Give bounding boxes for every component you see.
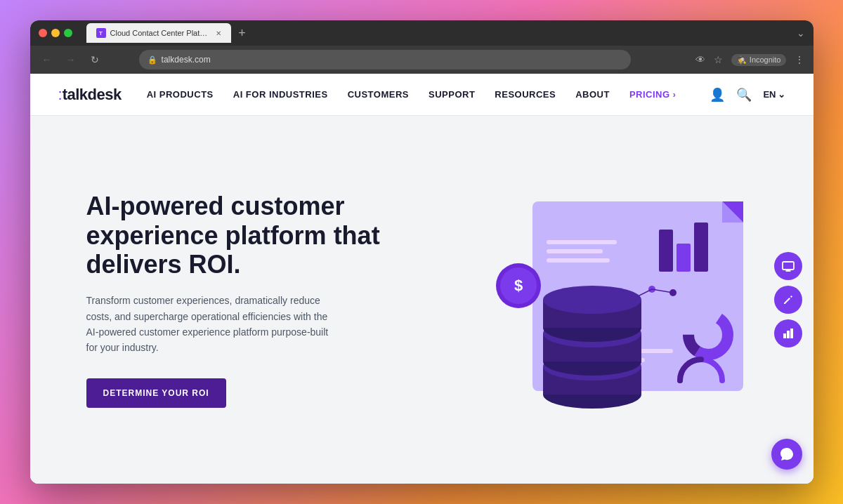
chart-side-button[interactable]	[774, 319, 802, 347]
nav-pricing[interactable]: PRICING ›	[629, 89, 676, 100]
svg-text:$: $	[514, 277, 522, 294]
close-button[interactable]	[39, 29, 47, 37]
back-button[interactable]: ←	[39, 51, 55, 68]
svg-rect-5	[694, 223, 708, 272]
addressbar: ← → ↻ 🔒 talkdesk.com 👁 ☆ 🕵 Incognito ⋮	[30, 46, 813, 74]
nav-actions: 👤 🔍 EN ⌄	[710, 87, 785, 102]
nav-customers[interactable]: CUSTOMERS	[348, 89, 409, 100]
svg-rect-3	[659, 230, 673, 272]
screen-side-button[interactable]	[774, 252, 802, 280]
search-icon[interactable]: 🔍	[736, 87, 752, 102]
svg-rect-38	[787, 331, 790, 338]
incognito-label: Incognito	[750, 55, 781, 64]
nav-resources[interactable]: RESOURCES	[495, 89, 556, 100]
svg-rect-33	[783, 262, 794, 270]
svg-rect-4	[677, 244, 691, 272]
incognito-icon: 🕵	[737, 55, 747, 65]
browser-window: T Cloud Contact Center Platfor... ✕ + ⌄ …	[30, 20, 813, 484]
hero-illustration: $	[490, 187, 757, 412]
svg-rect-7	[547, 249, 603, 253]
nav-ai-products[interactable]: AI PRODUCTS	[147, 89, 214, 100]
url-text: talkdesk.com	[162, 55, 211, 65]
svg-rect-6	[547, 240, 617, 244]
website-content: : talkdesk AI PRODUCTS AI FOR INDUSTRIES…	[30, 74, 813, 484]
svg-point-29	[543, 286, 641, 314]
active-tab[interactable]: T Cloud Contact Center Platfor... ✕	[86, 23, 231, 43]
incognito-badge: 🕵 Incognito	[731, 54, 787, 66]
hero-description: Transform customer experiences, dramatic…	[86, 293, 339, 356]
url-bar[interactable]: 🔒 talkdesk.com	[139, 50, 631, 69]
lock-icon: 🔒	[148, 55, 157, 65]
svg-point-18	[698, 325, 718, 345]
new-tab-button[interactable]: +	[234, 25, 251, 41]
hero-section: AI-powered customer experience platform …	[30, 116, 813, 484]
language-selector[interactable]: EN ⌄	[763, 89, 785, 100]
chevron-down-icon: ⌄	[778, 89, 785, 100]
svg-rect-8	[547, 258, 610, 263]
main-nav: : talkdesk AI PRODUCTS AI FOR INDUSTRIES…	[30, 74, 813, 116]
tab-more-button[interactable]: ⌄	[797, 27, 805, 39]
tab-title: Cloud Contact Center Platfor...	[110, 29, 209, 37]
forward-button[interactable]: →	[63, 51, 79, 68]
maximize-button[interactable]	[64, 29, 72, 37]
logo-text: talkdesk	[63, 86, 122, 104]
nav-ai-for-industries[interactable]: AI FOR INDUSTRIES	[233, 89, 328, 100]
user-icon[interactable]: 👤	[710, 87, 725, 102]
edit-side-button[interactable]	[774, 286, 802, 314]
hero-title: AI-powered customer experience platform …	[86, 192, 381, 279]
hero-content: AI-powered customer experience platform …	[86, 192, 381, 408]
reload-button[interactable]: ↻	[86, 51, 103, 68]
nav-about[interactable]: ABOUT	[575, 89, 610, 100]
address-bar-actions: 👁 ☆ 🕵 Incognito ⋮	[695, 54, 805, 66]
svg-rect-39	[790, 329, 793, 338]
eye-off-icon[interactable]: 👁	[695, 54, 705, 65]
traffic-lights	[39, 29, 72, 37]
nav-links: AI PRODUCTS AI FOR INDUSTRIES CUSTOMERS …	[147, 89, 696, 100]
chat-button[interactable]	[771, 439, 802, 470]
tab-bar: T Cloud Contact Center Platfor... ✕ + ⌄	[86, 23, 805, 43]
minimize-button[interactable]	[51, 29, 60, 37]
nav-support[interactable]: SUPPORT	[429, 89, 475, 100]
tab-close-icon[interactable]: ✕	[216, 29, 221, 37]
pricing-arrow-icon: ›	[673, 90, 677, 100]
determine-roi-button[interactable]: DETERMINE YOUR ROI	[86, 378, 226, 408]
titlebar: T Cloud Contact Center Platfor... ✕ + ⌄	[30, 20, 813, 46]
menu-icon[interactable]: ⋮	[795, 54, 804, 65]
star-icon[interactable]: ☆	[714, 54, 723, 65]
logo[interactable]: : talkdesk	[58, 86, 122, 104]
side-buttons	[774, 252, 802, 347]
svg-rect-37	[783, 333, 786, 338]
tab-favicon: T	[96, 28, 106, 38]
